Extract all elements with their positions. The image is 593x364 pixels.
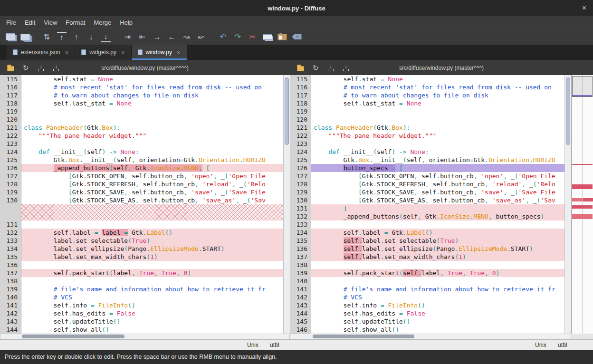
right-horizontal-scrollbar-thumb[interactable] [313, 335, 414, 338]
code-line[interactable]: [Gtk.STOCK_SAVE, self.button_cb, 'save',… [21, 188, 283, 196]
code-line[interactable]: self.show_all() [311, 326, 564, 334]
code-line[interactable]: self.has_edits = False [311, 309, 564, 317]
code-line[interactable]: self.updateTitle() [311, 317, 564, 326]
code-line[interactable]: self.last_stat = None [21, 99, 283, 107]
right-vertical-scrollbar[interactable] [564, 75, 571, 334]
paste-button[interactable] [275, 30, 289, 44]
code-line[interactable]: self.has_edits = False [21, 309, 283, 317]
left-horizontal-scrollbar[interactable] [0, 334, 290, 339]
code-line[interactable]: self.label.set_max_width_chars(1) [311, 253, 564, 261]
copy-button[interactable] [260, 30, 275, 44]
right-horizontal-scrollbar[interactable] [290, 334, 571, 339]
undo-button[interactable]: ↶ [216, 30, 230, 44]
code-line[interactable] [21, 140, 283, 148]
code-line[interactable]: self.stat = None [311, 75, 564, 83]
tab-widgets.py[interactable]: widgets.py× [75, 45, 131, 60]
redo-button[interactable]: ↷ [230, 30, 245, 44]
menu-help[interactable]: Help [115, 18, 137, 28]
window-close-icon[interactable]: × [582, 4, 586, 12]
code-line[interactable]: label.set_ellipsize(Pango.EllipsizeMode.… [21, 245, 283, 253]
tab-close-icon[interactable]: × [121, 49, 125, 56]
menu-file[interactable]: File [2, 18, 20, 28]
code-line[interactable]: self.pack_start(label, True, True, 0) [21, 269, 283, 277]
code-line[interactable]: [Gtk.STOCK_OPEN, self.button_cb, 'open',… [21, 172, 283, 180]
left-vertical-scrollbar[interactable] [283, 75, 290, 334]
code-line[interactable] [21, 115, 283, 124]
left-horizontal-scrollbar-thumb[interactable] [22, 335, 124, 338]
code-line[interactable]: ] [311, 204, 564, 212]
tab-extensions.json[interactable]: extensions.json× [7, 45, 75, 60]
code-line[interactable]: [Gtk.STOCK_SAVE_AS, self.button_cb, 'sav… [311, 196, 564, 204]
menu-edit[interactable]: Edit [20, 18, 39, 28]
code-line[interactable] [21, 277, 283, 285]
code-line[interactable]: [Gtk.STOCK_OPEN, self.button_cb, 'open',… [311, 172, 564, 180]
menu-view[interactable]: View [39, 18, 61, 28]
tab-window.py[interactable]: window.py× [132, 45, 187, 60]
left-pane-rows[interactable]: 115 self.stat = None116 # most recent 's… [0, 75, 283, 334]
code-line[interactable]: [Gtk.STOCK_REFRESH, self.button_cb, 'rel… [21, 180, 283, 188]
code-line[interactable] [21, 220, 283, 229]
realign-all-button[interactable]: ⇅ [39, 30, 54, 44]
code-line[interactable]: self.updateTitle() [21, 317, 283, 326]
code-line[interactable]: self.stat = None [21, 75, 283, 83]
merge-from-right-then-left-button[interactable]: ↜ [194, 30, 209, 44]
code-line[interactable]: [Gtk.STOCK_SAVE, self.button_cb, 'save',… [311, 188, 564, 196]
code-line[interactable]: self.pack_start(self.label, True, True, … [311, 269, 564, 277]
copy-selection-left-button[interactable]: ⇤ [135, 30, 150, 44]
code-line[interactable] [21, 107, 283, 115]
reload-file-button[interactable]: ↻ [21, 63, 30, 73]
code-line[interactable]: [Gtk.STOCK_SAVE_AS, self.button_cb, 'sav… [21, 196, 283, 204]
code-line[interactable]: """The pane header widget.""" [311, 132, 564, 140]
code-line[interactable]: label.set_max_width_chars(1) [21, 253, 283, 261]
code-line[interactable] [311, 277, 564, 285]
code-line[interactable]: [Gtk.STOCK_REFRESH, self.button_cb, 'rel… [311, 180, 564, 188]
code-line[interactable]: # file's name and information about how … [21, 285, 283, 293]
code-line[interactable]: self.show_all() [21, 326, 283, 334]
previous-difference-button[interactable]: ↑ [69, 30, 84, 44]
code-line[interactable]: # VCS [21, 293, 283, 301]
open-file-button[interactable] [6, 63, 15, 73]
first-difference-button[interactable]: ↑ [54, 30, 69, 44]
code-line[interactable]: self.label.set_selectable(True) [311, 237, 564, 245]
copy-selection-right-button[interactable]: ⇥ [120, 30, 135, 44]
code-line[interactable]: # file's name and information about how … [311, 285, 564, 293]
code-line[interactable]: self.info = FileInfo() [21, 301, 283, 309]
code-line[interactable] [21, 204, 283, 212]
merge-from-left-then-right-button[interactable]: ↝ [179, 30, 194, 44]
open-file-button[interactable] [296, 63, 305, 73]
code-line[interactable]: label.set_selectable(True) [21, 237, 283, 245]
save-file-as-button[interactable] [51, 63, 61, 73]
overview-viewport[interactable] [572, 76, 593, 97]
new-3way-file-merge-button[interactable] [18, 30, 32, 44]
right-vertical-scrollbar-thumb[interactable] [566, 77, 570, 144]
code-line[interactable]: self.label = label = Gtk.Label() [21, 229, 283, 237]
new-2way-file-merge-button[interactable] [3, 30, 18, 44]
code-line[interactable]: # VCS [311, 293, 564, 301]
code-line[interactable] [311, 115, 564, 124]
right-pane-rows[interactable]: 115 self.stat = None116 # most recent 's… [290, 75, 564, 334]
save-file-button[interactable] [36, 63, 46, 73]
code-line[interactable]: Gtk.Box.__init__(self, orientation=Gtk.O… [311, 156, 564, 164]
code-line[interactable]: self.info = FileInfo() [311, 301, 564, 309]
diff-overview-map[interactable] [571, 75, 593, 334]
next-difference-button[interactable]: ↓ [84, 30, 98, 44]
menu-merge[interactable]: Merge [89, 18, 115, 28]
code-line[interactable] [311, 220, 564, 229]
tab-close-icon[interactable]: × [65, 49, 69, 56]
code-line[interactable] [21, 261, 283, 269]
code-line[interactable]: self.label.set_ellipsize(Pango.Ellipsize… [311, 245, 564, 253]
code-line[interactable] [311, 107, 564, 115]
copy-left-into-selection-button[interactable]: → [150, 30, 164, 44]
code-line[interactable]: def __init__(self) -> None: [311, 148, 564, 156]
code-line[interactable]: self.last_stat = None [311, 99, 564, 107]
code-line[interactable]: # most recent 'stat' for files read from… [311, 83, 564, 91]
save-file-as-button[interactable] [341, 63, 351, 73]
reload-file-button[interactable]: ↻ [311, 63, 320, 73]
code-line[interactable]: Gtk.Box.__init__(self, orientation=Gtk.O… [21, 156, 283, 164]
clear-edits-button[interactable] [289, 30, 304, 44]
code-line[interactable] [21, 212, 283, 220]
cut-button[interactable]: ✂ [245, 30, 260, 44]
code-line[interactable]: _append_buttons(self, Gtk.IconSize.MENU,… [311, 212, 564, 220]
code-line[interactable]: class PaneHeader(Gtk.Box): [311, 124, 564, 132]
code-line[interactable]: # most recent 'stat' for files read from… [21, 83, 283, 91]
